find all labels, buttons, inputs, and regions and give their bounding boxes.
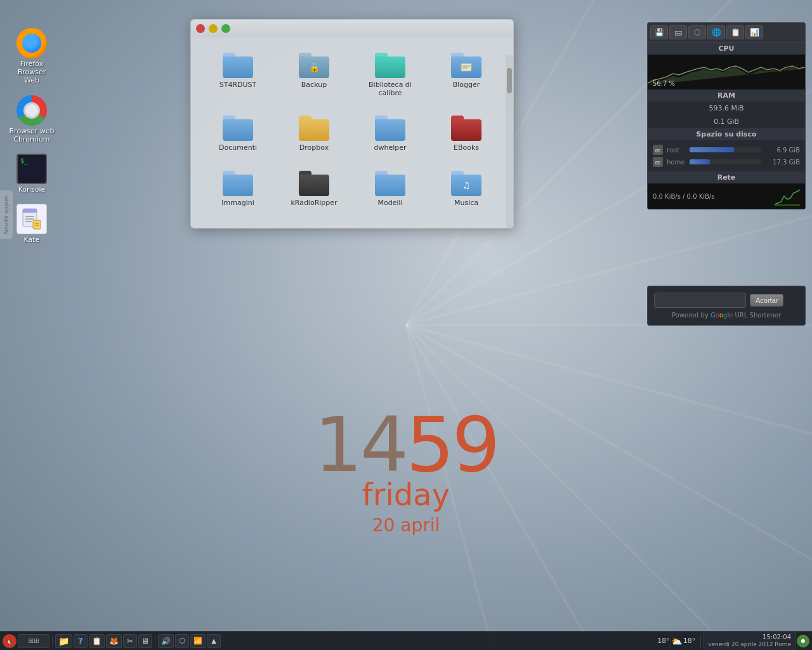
side-panel[interactable]: Novità applet [0,190,13,239]
taskbar-arrow-button[interactable]: ▲ [207,634,221,648]
taskbar-pager-button[interactable]: ⊞⊞ [18,634,49,648]
file-item-st4rdust-label: ST4RDUST [219,81,257,89]
svg-rect-8 [461,63,471,71]
clock-minutes: 59 [406,407,498,483]
file-item-blogger-label: Blogger [453,81,480,89]
taskbar-screen-button[interactable]: 🖥 [138,634,152,648]
monitor-mem-btn[interactable]: 📋 [726,25,744,39]
monitor-net-btn[interactable]: 🌐 [707,25,725,39]
online-dot: ● [801,638,806,644]
weather-temp2: 18° [683,637,696,645]
disk-size-root: 6.9 GiB [765,147,800,154]
file-item-kradioripper[interactable]: kRadioRipper [277,166,351,218]
window-minimize-button[interactable] [209,24,218,33]
disk-section: 🖴 root 6.9 GiB 🖴 home 17.3 GiB [648,140,805,171]
file-item-backup-label: Backup [301,81,327,89]
taskbar-start-button[interactable]: 🐧 [3,634,16,648]
kate-label: Kate [24,235,40,244]
svg-rect-5 [33,220,41,229]
desktop-icon-konsole[interactable]: $_ Konsole [6,151,57,196]
ram-value: 593.6 MiB [648,102,805,115]
monitor-cpu-btn[interactable]: ⬡ [688,25,706,39]
system-monitor-widget: 💾 🖴 ⬡ 🌐 📋 📊 CPU 56.7 % RAM 593.6 MiB 0.1… [647,22,806,209]
svg-rect-1 [23,209,37,213]
monitor-chart-btn[interactable]: 📊 [745,25,763,39]
taskbar-cut-button[interactable]: ✂ [123,634,137,648]
url-shortener-row: Acortar [654,293,799,308]
disk-swap-value: 0.1 GiB [648,115,805,128]
file-item-immagini[interactable]: Immagini [201,166,275,218]
filemanager-icon: 📁 [58,636,69,646]
taskbar-bluetooth-button[interactable]: ⬡ [175,634,189,648]
taskbar-clock[interactable]: 15:02:04 venerdì 20 aprile 2012 Rome [704,631,796,650]
net-section-label: Rete [648,171,805,183]
taskbar-filemanager-button[interactable]: 📁 [55,634,72,648]
file-manager-window: ST4RDUST 🔒 Backup Biblioteca di cali [190,19,514,229]
file-item-modelli[interactable]: Modelli [353,166,427,218]
disk-icon-home: 🖴 [653,157,663,167]
file-item-st4rdust[interactable]: ST4RDUST [201,48,275,108]
taskbar-help-button[interactable]: ? [74,634,88,648]
file-item-musica[interactable]: ♫ Musica [429,166,503,218]
file-item-musica-label: Musica [454,199,478,207]
cpu-section-label: CPU [648,43,805,55]
konsole-icon: $_ [16,154,47,184]
monitor-disk-btn[interactable]: 🖴 [669,25,687,39]
url-shortener-button[interactable]: Acortar [750,294,783,307]
taskbar-firefox-task[interactable]: 🦊 [106,634,122,648]
taskbar-wifi-button[interactable]: 📶 [190,634,206,648]
taskbar-clipboard-button[interactable]: 📋 [89,634,105,648]
taskbar-time: 15:02:04 [708,633,791,641]
file-item-dropbox[interactable]: Dropbox [277,110,351,162]
disk-bar-home [690,159,761,164]
file-item-documenti[interactable]: Documenti [201,110,275,162]
wifi-icon: 📶 [193,637,202,645]
taskbar-weather: 18° ⛅ 18° [655,636,698,646]
file-manager-content: ST4RDUST 🔒 Backup Biblioteca di cali [191,37,513,228]
disk-fill-root [690,147,734,152]
file-item-blogger[interactable]: Blogger [429,48,503,108]
file-item-biblioteca[interactable]: Biblioteca di calibre [353,48,427,108]
disk-name-home: home [667,159,686,166]
google-logo: Google [710,312,735,319]
disk-size-home: 17.3 GiB [765,159,800,166]
window-close-button[interactable] [196,24,205,33]
clock-widget: 14 59 friday 20 april [314,407,497,536]
net-speed-label: 0.0 KiB/s / 0.0 KiB/s [653,193,775,200]
taskbar: 🐧 ⊞⊞ 📁 ? 📋 🦊 ✂ 🖥 🔊 ⬡ 📶 ▲ 18° ⛅ 18° [0,631,812,650]
taskbar-online-indicator[interactable]: ● [797,635,809,647]
disk-icon-root: 🖴 [653,145,663,155]
taskbar-volume-button[interactable]: 🔊 [158,634,174,648]
file-manager-scrollbar[interactable] [506,55,513,228]
powered-by-label: Powered by Google URL Shortener [654,312,799,319]
file-item-backup[interactable]: 🔒 Backup [277,48,351,108]
file-item-dropbox-label: Dropbox [299,143,329,152]
window-maximize-button[interactable] [221,24,230,33]
kate-icon [16,204,47,234]
file-item-dwhelper[interactable]: dwhelper [353,110,427,162]
desktop-icon-firefox[interactable]: Firefox Browser Web [6,25,57,88]
url-shortener-input[interactable] [654,293,746,308]
konsole-label: Konsole [18,185,46,194]
url-shortener-widget: Acortar Powered by Google URL Shortener [647,286,806,326]
volume-icon: 🔊 [161,637,171,646]
desktop-icon-kate[interactable]: Kate [6,201,57,246]
powered-by-text: Powered by [672,312,709,319]
svg-text:🐧: 🐧 [6,638,13,644]
file-item-ebooks[interactable]: EBooks [429,110,503,162]
file-item-immagini-label: Immagini [221,199,254,207]
disk-item-root: 🖴 root 6.9 GiB [653,145,800,155]
file-item-dwhelper-label: dwhelper [374,143,406,152]
disk-fill-home [690,159,710,164]
file-item-kradioripper-label: kRadioRipper [291,199,337,207]
file-manager-titlebar [191,20,513,37]
taskbar-separator-3 [700,635,701,647]
ram-section-label: RAM [648,90,805,102]
desktop-icon-chromium[interactable]: Browser web Chromium [6,93,57,146]
taskbar-separator-1 [52,635,53,647]
arrow-icon: ▲ [211,637,216,644]
net-graph-visual [775,187,800,206]
monitor-hdd-btn[interactable]: 💾 [650,25,668,39]
weather-temp: 18° [657,637,670,645]
url-shortener-service-label: URL Shortener [735,312,782,319]
